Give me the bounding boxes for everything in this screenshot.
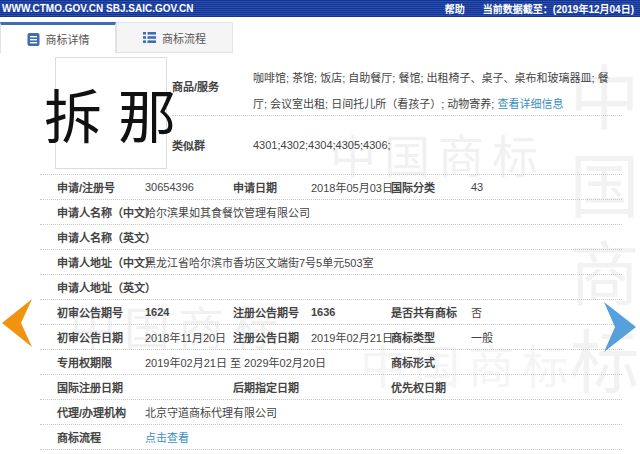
field-label: 申请/注册号 [57,179,145,195]
reg-announce-no-value: 1636 [311,306,391,318]
tab-trademark-process[interactable]: 商标流程 [116,22,233,53]
table-row: 专用权期限 2019年02月21日 至 2029年02月20日 商标形式 [40,350,622,375]
exclusive-period-value: 2019年02月21日 至 2029年02月20日 [145,354,391,370]
field-label: 初审公告日期 [57,329,145,345]
table-row: 商标流程 点击查看 [40,425,622,450]
field-label: 优先权日期 [391,379,471,395]
prelim-no-value: 1624 [145,306,233,318]
tab-bar: 商标详情 商标流程 [0,17,640,55]
table-row: 初审公告日期 2018年11月20日 注册公告日期 2019年02月21日 商标… [40,325,622,350]
goods-services-text: 咖啡馆; 茶馆; 饭店; 自助餐厅; 餐馆; 出租椅子、桌子、桌布和玻璃器皿; … [253,64,622,115]
table-row: 国际注册日期 后期指定日期 优先权日期 [40,375,622,400]
header-bar: WWW.CTMO.GOV.CN SBJ.SAIC.GOV.CN 帮助 当前数据截… [0,0,640,17]
data-cutoff-text: 当前数据截至：(2019年12月04日) [483,1,634,16]
site-urls: WWW.CTMO.GOV.CN SBJ.SAIC.GOV.CN [2,3,194,14]
table-row: 代理/办理机构 北京守道商标代理有限公司 [40,400,622,425]
apply-date-value: 2018年05月03日 [311,179,391,195]
tab-label: 商标详情 [46,31,90,47]
applicant-cn-value: 哈尔滨果如其食餐饮管理有限公司 [145,204,622,220]
field-label: 代理/办理机构 [57,404,145,420]
details-table: 申请/注册号 30654396 申请日期 2018年05月03日 国际分类 43… [40,174,622,450]
shared-mark-value: 否 [471,304,622,320]
trademark-image: 拆那 [55,57,167,169]
reg-announce-date-value: 2019年02月21日 [311,329,391,345]
trademark-image-text: 拆那 [30,71,192,155]
field-label: 注册公告期号 [233,304,311,320]
field-label: 专用权期限 [57,354,145,370]
field-label: 商标形式 [391,354,471,370]
field-label: 申请日期 [233,179,311,195]
mark-type-value: 一般 [471,329,622,345]
tab-label: 商标流程 [162,30,206,46]
view-details-link[interactable]: 查看详细信息 [497,98,563,110]
reg-no-value: 30654396 [145,181,233,193]
address-cn-value: 黑龙江省哈尔滨市香坊区文端街7号5单元503室 [145,254,622,270]
field-label: 商标流程 [57,429,145,445]
trademark-detail-panel: 拆那 商品/服务 咖啡馆; 茶馆; 饭店; 自助餐厅; 餐馆; 出租椅子、桌子、… [40,55,622,450]
intl-class-value: 43 [471,181,622,193]
help-link[interactable]: 帮助 [445,1,465,16]
field-label: 申请人地址（英文） [57,279,145,295]
field-label: 类似群 [172,137,253,153]
field-label: 国际注册日期 [57,379,145,395]
similar-group-value: 4301;4302;4304;4305;4306; [253,139,391,151]
field-label: 初审公告期号 [57,304,145,320]
prelim-date-value: 2018年11月20日 [145,329,233,345]
similar-group-row: 类似群 4301;4302;4304;4305;4306; [172,116,622,174]
field-label: 申请人地址（中文） [57,254,145,270]
table-row: 申请人地址（英文） [40,275,622,300]
table-row: 申请人名称（英文） [40,225,622,250]
process-view-link[interactable]: 点击查看 [145,432,189,444]
field-label: 注册公告日期 [233,329,311,345]
field-label: 商品/服务 [172,64,253,115]
field-label: 商标类型 [391,329,471,345]
field-label: 后期指定日期 [233,379,311,395]
table-row: 申请人地址（中文） 黑龙江省哈尔滨市香坊区文端街7号5单元503室 [40,250,622,275]
field-label: 申请人名称（英文） [57,229,145,245]
field-label: 国际分类 [391,179,471,195]
agency-value: 北京守道商标代理有限公司 [145,404,622,420]
list-icon [143,31,156,44]
table-row: 初审公告期号 1624 注册公告期号 1636 是否共有商标 否 [40,300,622,325]
tab-trademark-details[interactable]: 商标详情 [0,22,116,53]
goods-services-row: 商品/服务 咖啡馆; 茶馆; 饭店; 自助餐厅; 餐馆; 出租椅子、桌子、桌布和… [172,55,622,116]
table-row: 申请/注册号 30654396 申请日期 2018年05月03日 国际分类 43 [40,175,622,200]
field-label: 是否共有商标 [391,304,471,320]
field-label: 申请人名称（中文） [57,204,145,220]
previous-arrow-button[interactable] [2,299,32,349]
next-arrow-button[interactable] [604,302,636,354]
document-icon [27,33,40,46]
table-row: 申请人名称（中文） 哈尔滨果如其食餐饮管理有限公司 [40,200,622,225]
